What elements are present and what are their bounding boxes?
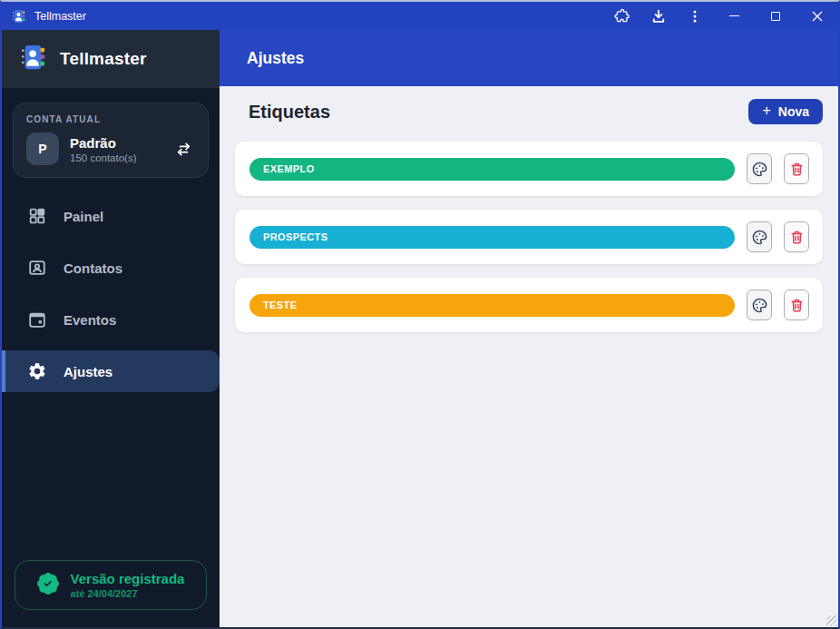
contacts-icon bbox=[27, 258, 47, 278]
window-title: Tellmaster bbox=[34, 10, 86, 23]
label-row: PROSPECTS bbox=[235, 210, 823, 264]
titlebar: Tellmaster bbox=[2, 2, 838, 30]
version-expiry: até 24/04/2027 bbox=[71, 588, 185, 599]
resize-grip[interactable] bbox=[826, 615, 837, 626]
minimize-button[interactable] bbox=[713, 2, 755, 30]
trash-icon bbox=[789, 298, 805, 313]
content-head: Etiquetas + Nova bbox=[235, 99, 823, 124]
plus-icon: + bbox=[762, 103, 770, 119]
app-body: Tellmaster CONTA ATUAL P Padrão 150 cont… bbox=[2, 30, 838, 627]
palette-icon bbox=[751, 161, 768, 178]
calendar-icon bbox=[27, 310, 47, 329]
content-area: Etiquetas + Nova EXEMPLO bbox=[220, 86, 838, 627]
sidebar: Tellmaster CONTA ATUAL P Padrão 150 cont… bbox=[2, 30, 220, 627]
account-contacts-count: 150 contato(s) bbox=[70, 152, 174, 163]
section-title: Etiquetas bbox=[249, 102, 330, 123]
gear-icon bbox=[27, 361, 47, 381]
edit-color-button[interactable] bbox=[747, 153, 772, 184]
new-label-button-text: Nova bbox=[778, 104, 809, 119]
label-pill: PROSPECTS bbox=[249, 226, 735, 249]
sidebar-spacer bbox=[2, 392, 220, 560]
palette-icon bbox=[751, 297, 768, 314]
brand-logo-icon bbox=[20, 44, 47, 74]
kebab-menu-icon[interactable] bbox=[677, 2, 713, 30]
edit-color-button[interactable] bbox=[747, 221, 772, 252]
label-pill: TESTE bbox=[249, 294, 735, 317]
trash-icon bbox=[789, 162, 805, 177]
app-logo-icon bbox=[11, 8, 26, 24]
app-window: Tellmaster bbox=[0, 0, 840, 629]
sidebar-item-label: Contatos bbox=[63, 260, 122, 276]
account-card-label: CONTA ATUAL bbox=[26, 114, 195, 124]
badge-check-icon bbox=[37, 573, 59, 598]
account-name: Padrão bbox=[70, 135, 174, 151]
page-header: Ajustes bbox=[220, 30, 838, 86]
account-info: Padrão 150 contato(s) bbox=[70, 135, 174, 163]
close-button[interactable] bbox=[796, 2, 838, 30]
avatar: P bbox=[26, 133, 59, 165]
sidebar-item-label: Painel bbox=[63, 209, 103, 224]
label-row: TESTE bbox=[235, 278, 823, 332]
trash-icon bbox=[789, 230, 805, 245]
new-label-button[interactable]: + Nova bbox=[748, 99, 823, 124]
edit-color-button[interactable] bbox=[747, 290, 772, 320]
switch-account-icon[interactable] bbox=[174, 140, 195, 159]
sidebar-item-painel[interactable]: Painel bbox=[2, 195, 220, 237]
sidebar-item-label: Eventos bbox=[63, 312, 116, 328]
sidebar-item-eventos[interactable]: Eventos bbox=[2, 299, 220, 340]
dashboard-icon bbox=[27, 206, 47, 226]
delete-label-button[interactable] bbox=[784, 290, 809, 320]
delete-label-button[interactable] bbox=[784, 153, 809, 184]
sidebar-menu: Painel Contatos bbox=[2, 195, 220, 392]
version-title: Versão registrada bbox=[71, 571, 185, 586]
delete-label-button[interactable] bbox=[784, 221, 809, 252]
download-icon[interactable] bbox=[640, 2, 677, 30]
brand-name: Tellmaster bbox=[60, 49, 147, 69]
sidebar-item-ajustes[interactable]: Ajustes bbox=[2, 350, 220, 392]
main-panel: Ajustes Etiquetas + Nova EXEMPLO bbox=[220, 30, 838, 627]
label-row: EXEMPLO bbox=[235, 142, 823, 196]
version-text: Versão registrada até 24/04/2027 bbox=[71, 571, 185, 599]
maximize-button[interactable] bbox=[755, 2, 796, 30]
current-account-card: CONTA ATUAL P Padrão 150 contato(s) bbox=[13, 103, 209, 178]
extensions-icon[interactable] bbox=[604, 2, 640, 30]
page-title: Ajustes bbox=[247, 49, 304, 68]
sidebar-header: Tellmaster bbox=[2, 30, 220, 88]
sidebar-item-contatos[interactable]: Contatos bbox=[2, 247, 220, 289]
label-pill: EXEMPLO bbox=[249, 158, 735, 181]
version-card: Versão registrada até 24/04/2027 bbox=[15, 560, 207, 610]
sidebar-item-label: Ajustes bbox=[63, 364, 112, 379]
palette-icon bbox=[751, 229, 768, 246]
